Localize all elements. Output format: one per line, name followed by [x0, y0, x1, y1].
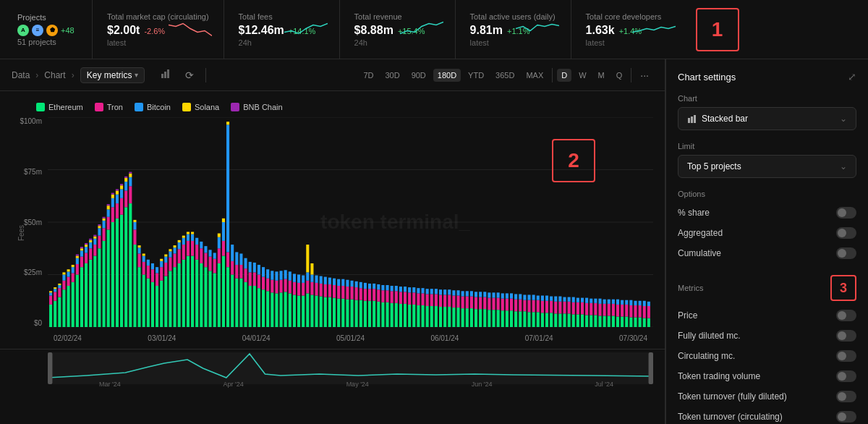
time-max[interactable]: MAX [522, 69, 548, 82]
svg-rect-135 [178, 249, 181, 263]
time-7d[interactable]: 7D [359, 69, 378, 82]
svg-rect-69 [107, 209, 110, 216]
metric-token-turnover-fd: Token turnover (fully diluted) [678, 386, 856, 407]
time-365d[interactable]: 365D [491, 69, 519, 82]
svg-rect-301 [408, 287, 411, 292]
svg-rect-109 [147, 279, 150, 327]
svg-rect-102 [138, 254, 141, 268]
metric-price-toggle[interactable] [836, 310, 856, 321]
svg-rect-364 [501, 293, 504, 298]
divider-1 [205, 68, 206, 82]
svg-rect-440 [616, 317, 619, 328]
svg-rect-242 [324, 297, 327, 327]
svg-rect-165 [218, 263, 221, 327]
time-30d[interactable]: 30D [380, 69, 404, 82]
svg-rect-35 [76, 256, 79, 258]
chevron-down-icon-limit: ⌄ [840, 161, 847, 171]
top-bar: Projects A ≡ ⬟ +48 51 projects Total mar… [0, 0, 868, 59]
refresh-icon[interactable]: ⟳ [181, 67, 198, 83]
svg-rect-215 [284, 270, 287, 279]
svg-rect-442 [616, 300, 619, 305]
svg-rect-330 [452, 296, 455, 308]
svg-rect-324 [443, 294, 446, 307]
svg-rect-122 [164, 276, 167, 327]
gran-w[interactable]: W [574, 69, 590, 82]
svg-rect-456 [639, 305, 642, 318]
svg-rect-417 [581, 302, 584, 315]
svg-rect-108 [142, 254, 145, 256]
y-label-0: $0 [34, 319, 42, 327]
legend-tron-dot [95, 103, 103, 111]
svg-rect-185 [239, 254, 242, 266]
gran-m[interactable]: M [594, 69, 609, 82]
svg-rect-459 [643, 306, 646, 318]
svg-rect-270 [364, 289, 367, 301]
time-90d[interactable]: 90D [407, 69, 430, 82]
metric-token-turnover-fd-toggle[interactable] [836, 391, 856, 402]
chart-type-icon[interactable] [156, 67, 175, 83]
svg-rect-290 [395, 303, 398, 327]
svg-rect-127 [169, 258, 171, 271]
svg-rect-329 [452, 308, 455, 327]
svg-rect-302 [412, 305, 415, 327]
breadcrumb-chart[interactable]: Chart [44, 70, 65, 80]
svg-rect-405 [563, 302, 566, 314]
option-cumulative-toggle[interactable] [836, 247, 856, 259]
svg-rect-393 [545, 301, 548, 313]
time-180d[interactable]: 180D [433, 69, 461, 82]
limit-select[interactable]: Top 5 projects ⌄ [678, 155, 856, 178]
svg-rect-67 [107, 229, 110, 327]
svg-rect-297 [404, 292, 407, 304]
chart-svg[interactable]: token terminal_ 2 [48, 117, 653, 327]
svg-rect-469 [694, 115, 696, 123]
svg-rect-428 [598, 315, 601, 327]
time-ytd[interactable]: YTD [464, 69, 488, 82]
svg-rect-395 [550, 313, 553, 327]
metric-token-turnover-circ-toggle[interactable] [836, 411, 856, 423]
svg-rect-336 [461, 297, 464, 309]
projects-count: +48 [61, 26, 75, 35]
svg-rect-296 [404, 304, 407, 327]
svg-rect-407 [568, 313, 571, 327]
svg-rect-420 [585, 303, 588, 315]
svg-rect-323 [443, 307, 446, 327]
svg-rect-361 [497, 292, 500, 297]
svg-rect-389 [541, 313, 544, 327]
metric-revenue: Total revenue $8.88m +15.4% 24h [340, 0, 456, 59]
gran-d[interactable]: D [557, 69, 571, 82]
svg-rect-260 [351, 300, 354, 327]
panel-expand-icon[interactable]: ⤢ [848, 71, 856, 82]
svg-rect-143 [187, 241, 190, 256]
svg-rect-244 [324, 277, 327, 284]
more-options-icon[interactable]: ··· [636, 67, 653, 83]
svg-rect-205 [271, 280, 273, 293]
svg-rect-289 [391, 286, 393, 291]
svg-rect-387 [537, 300, 540, 313]
gran-q[interactable]: Q [612, 69, 627, 82]
metric-token-trading-toggle[interactable] [836, 370, 856, 382]
svg-rect-248 [333, 298, 336, 327]
breadcrumb-data[interactable]: Data [12, 70, 30, 80]
svg-rect-294 [399, 292, 402, 304]
metric-circulating-mc-toggle[interactable] [836, 350, 856, 362]
option-aggregated-toggle[interactable] [836, 227, 856, 239]
metric-fully-diluted-toggle[interactable] [836, 330, 856, 342]
svg-rect-204 [271, 292, 273, 327]
svg-rect-213 [284, 292, 287, 327]
breadcrumb-dropdown[interactable]: Key metrics ▾ [80, 67, 145, 83]
svg-rect-146 [191, 256, 194, 327]
svg-rect-238 [315, 276, 318, 283]
svg-rect-187 [244, 268, 247, 282]
svg-rect-230 [306, 272, 309, 280]
chart-type-select[interactable]: Stacked bar ⌄ [678, 107, 856, 130]
svg-rect-333 [456, 296, 459, 308]
svg-rect-307 [417, 288, 420, 293]
svg-rect-83 [120, 198, 123, 215]
svg-rect-8 [49, 305, 52, 327]
svg-rect-347 [479, 309, 482, 327]
option-pct-share-toggle[interactable] [836, 207, 856, 219]
svg-rect-34 [76, 258, 79, 264]
x-label-6: 07/30/24 [619, 334, 647, 342]
svg-rect-171 [222, 222, 225, 241]
svg-rect-437 [612, 315, 615, 327]
